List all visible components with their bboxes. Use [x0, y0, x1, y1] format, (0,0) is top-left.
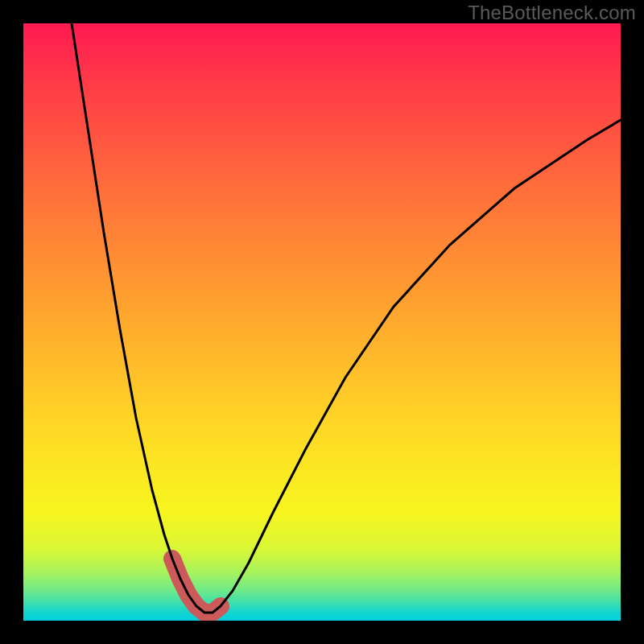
watermark-text: TheBottleneck.com: [468, 2, 636, 24]
chart-frame: [23, 23, 621, 621]
main-curve-path: [72, 23, 621, 613]
chart-svg: [23, 23, 621, 621]
